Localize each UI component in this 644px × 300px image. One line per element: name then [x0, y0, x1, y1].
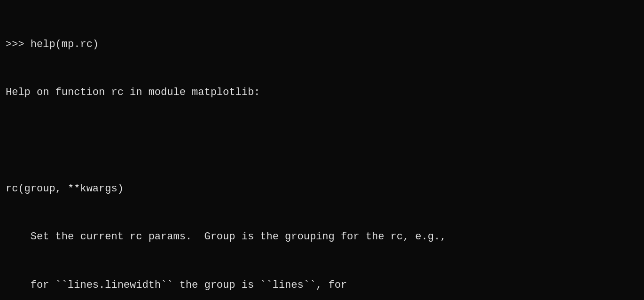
terminal-output: >>> help(mp.rc) Help on function rc in m…: [6, 5, 638, 300]
prompt-line: >>> help(mp.rc): [6, 37, 638, 53]
help-header: Help on function rc in module matplotlib…: [6, 85, 638, 101]
function-signature: rc(group, **kwargs): [6, 181, 638, 197]
doc-line-1: Set the current rc params. Group is the …: [6, 229, 638, 245]
doc-line-2: for ``lines.linewidth`` the group is ``l…: [6, 277, 638, 293]
blank-1: [6, 133, 638, 149]
